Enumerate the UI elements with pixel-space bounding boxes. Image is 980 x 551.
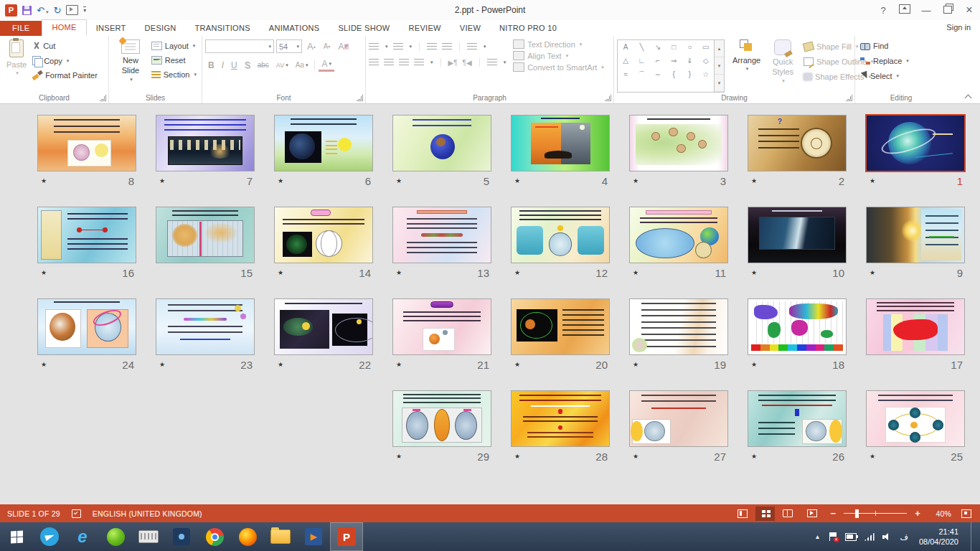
font-color-button[interactable]: A▾: [319, 58, 334, 72]
tab-nitro-pro-10[interactable]: NITRO PRO 10: [490, 21, 566, 36]
volume-icon[interactable]: [882, 533, 892, 541]
shape-glyph-0[interactable]: A: [623, 43, 628, 51]
reading-view-button[interactable]: [776, 506, 799, 521]
slide-thumbnail-10[interactable]: [748, 207, 847, 263]
tab-file[interactable]: FILE: [0, 21, 42, 36]
start-slideshow-icon[interactable]: [66, 5, 78, 15]
slide-thumbnail-7[interactable]: [156, 115, 255, 171]
shapes-gallery[interactable]: A╲↘□○▭△∟⌐⇒⇓◇≈⌒∼{}☆: [617, 39, 715, 93]
shape-glyph-6[interactable]: △: [623, 57, 628, 65]
taskbar-icon-powerpoint[interactable]: P: [330, 522, 363, 551]
arrange-button[interactable]: Arrange▾: [729, 38, 764, 93]
slide-thumbnail-26[interactable]: [748, 390, 847, 447]
slide-thumbnail-6[interactable]: [274, 115, 373, 171]
slide-thumbnail-3[interactable]: [629, 115, 728, 171]
customize-qat-icon[interactable]: ▾: [83, 6, 86, 14]
line-spacing-icon[interactable]: [467, 43, 477, 51]
convert-to-smartart-button[interactable]: Convert to SmartArt▾: [513, 62, 604, 72]
quick-styles-button[interactable]: Quick Styles▾: [768, 38, 797, 93]
slide-thumbnail-5[interactable]: [392, 115, 491, 171]
tab-home[interactable]: HOME: [42, 19, 86, 36]
language-indicator[interactable]: ENGLISH (UNITED KINGDOM): [93, 509, 202, 518]
align-right-icon[interactable]: [399, 59, 409, 67]
restore-button[interactable]: [937, 5, 958, 16]
shape-glyph-10[interactable]: ⇓: [687, 57, 692, 65]
shape-glyph-4[interactable]: ○: [687, 43, 692, 51]
paste-button[interactable]: Paste▾: [3, 38, 30, 93]
action-center-flag-icon[interactable]: ✕: [829, 532, 837, 541]
increase-indent-icon[interactable]: [442, 43, 452, 51]
reset-button[interactable]: Reset: [149, 55, 199, 66]
tab-view[interactable]: VIEW: [451, 21, 490, 36]
tab-animations[interactable]: ANIMATIONS: [260, 21, 329, 36]
taskbar-icon-firefox[interactable]: [231, 522, 264, 551]
slide-thumbnail-12[interactable]: [511, 207, 610, 263]
shape-glyph-5[interactable]: ▭: [702, 43, 709, 51]
shape-glyph-13[interactable]: ⌒: [638, 70, 645, 80]
text-direction-button[interactable]: Text Direction▾: [513, 39, 604, 49]
shape-glyph-7[interactable]: ∟: [639, 57, 646, 65]
layout-button[interactable]: Layout▾: [149, 40, 199, 52]
columns-icon[interactable]: [487, 59, 497, 67]
shapes-gallery-scrollbar[interactable]: ▲▼▼: [715, 39, 725, 93]
slide-thumbnail-21[interactable]: [392, 298, 491, 355]
taskbar-icon-telegram[interactable]: [33, 522, 66, 551]
cut-button[interactable]: Cut: [30, 40, 100, 52]
font-size-combobox[interactable]: 54▾: [276, 39, 302, 53]
shape-glyph-11[interactable]: ◇: [703, 57, 709, 65]
find-button[interactable]: Find: [858, 40, 944, 52]
align-left-icon[interactable]: [369, 59, 379, 67]
minimize-button[interactable]: —: [915, 5, 937, 16]
slideshow-view-button[interactable]: [801, 506, 824, 521]
font-dialog-launcher[interactable]: [357, 95, 363, 101]
shape-glyph-2[interactable]: ↘: [655, 43, 661, 51]
tab-design[interactable]: DESIGN: [136, 21, 186, 36]
shape-glyph-15[interactable]: {: [672, 70, 674, 78]
taskbar-icon-green-orb[interactable]: [99, 522, 132, 551]
zoom-slider-thumb[interactable]: [855, 509, 859, 518]
align-center-icon[interactable]: [384, 59, 394, 67]
change-case-button[interactable]: Aa▾: [293, 60, 311, 70]
slide-thumbnail-28[interactable]: [511, 390, 610, 447]
numbering-icon[interactable]: [393, 43, 403, 51]
tab-review[interactable]: REVIEW: [400, 21, 451, 36]
character-spacing-button[interactable]: AV▾: [273, 61, 291, 70]
taskbar-icon-chrome[interactable]: [198, 522, 231, 551]
format-painter-button[interactable]: Format Painter: [30, 70, 100, 81]
slide-thumbnail-20[interactable]: [511, 298, 610, 355]
justify-icon[interactable]: [414, 59, 424, 67]
sign-in-link[interactable]: Sign in: [946, 23, 971, 548]
slide-thumbnail-15[interactable]: [156, 207, 255, 263]
spell-check-icon[interactable]: [72, 509, 81, 518]
rtl-direction-icon[interactable]: ¶◀: [463, 59, 472, 67]
align-text-button[interactable]: Align Text▾: [513, 51, 604, 60]
slide-thumbnail-18[interactable]: [748, 298, 847, 355]
clipboard-dialog-launcher[interactable]: [100, 95, 106, 101]
shrink-font-button[interactable]: A▾: [321, 42, 334, 51]
shape-glyph-17[interactable]: ☆: [702, 70, 709, 78]
slide-thumbnail-23[interactable]: [156, 298, 255, 355]
slide-thumbnail-8[interactable]: [37, 115, 136, 171]
slide-thumbnail-19[interactable]: [629, 298, 728, 355]
slide-sorter-view-button[interactable]: [755, 507, 775, 521]
zoom-in-button[interactable]: +: [910, 508, 925, 519]
redo-icon[interactable]: ↻: [53, 6, 61, 15]
italic-button[interactable]: I: [219, 60, 227, 71]
shape-glyph-1[interactable]: ╲: [639, 43, 644, 51]
zoom-slider[interactable]: [844, 509, 907, 518]
decrease-indent-icon[interactable]: [427, 43, 437, 51]
ribbon-display-options-button[interactable]: [894, 4, 915, 16]
taskbar-icon-player[interactable]: ▶: [297, 522, 330, 551]
save-icon[interactable]: [22, 6, 32, 15]
slide-thumbnail-13[interactable]: [392, 207, 491, 263]
taskbar-icon-media-dark[interactable]: [165, 522, 198, 551]
grow-font-button[interactable]: A▴: [304, 40, 319, 52]
slide-thumbnail-14[interactable]: [274, 207, 373, 263]
replace-button[interactable]: Replace▾: [858, 55, 944, 67]
slide-thumbnail-2[interactable]: ?: [748, 115, 847, 171]
slide-thumbnail-24[interactable]: [37, 298, 136, 355]
new-slide-button[interactable]: New Slide▾: [112, 38, 149, 93]
strikethrough-button[interactable]: abc: [255, 60, 272, 70]
tray-expand-icon[interactable]: ▲: [815, 534, 821, 540]
ltr-direction-icon[interactable]: ▶¶: [448, 59, 458, 67]
